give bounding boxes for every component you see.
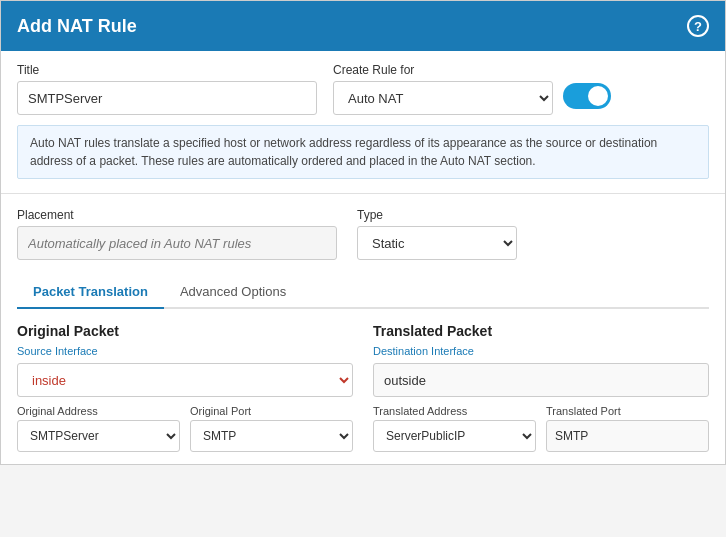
tab-advanced-options[interactable]: Advanced Options [164,276,302,309]
original-fields-row: Original Address SMTPServer any Original… [17,405,353,452]
create-rule-group: Create Rule for Auto NAT Manual NAT [333,63,709,115]
source-interface-select[interactable]: inside outside any [17,363,353,397]
translated-address-group: Translated Address ServerPublicIP any [373,405,536,452]
type-group: Type Static Dynamic [357,208,517,260]
placement-type-row: Placement Type Static Dynamic [17,208,709,260]
tab-packet-translation[interactable]: Packet Translation [17,276,164,309]
original-port-select[interactable]: SMTP any [190,420,353,452]
packet-panels: Original Packet Source Interface inside … [17,323,709,452]
divider-1 [1,193,725,194]
dialog-body: Title Create Rule for Auto NAT Manual NA… [1,51,725,464]
dialog-title: Add NAT Rule [17,16,137,37]
dialog-header: Add NAT Rule ? [1,1,725,51]
add-nat-rule-dialog: Add NAT Rule ? Title Create Rule for Aut… [0,0,726,465]
original-address-select[interactable]: SMTPServer any [17,420,180,452]
placement-input [17,226,337,260]
translated-address-select[interactable]: ServerPublicIP any [373,420,536,452]
title-group: Title [17,63,317,115]
source-interface-label: Source Interface [17,345,353,357]
original-address-label: Original Address [17,405,180,417]
original-packet-panel: Original Packet Source Interface inside … [17,323,353,452]
tabs-bar: Packet Translation Advanced Options [17,276,709,309]
type-label: Type [357,208,517,222]
placement-label: Placement [17,208,337,222]
destination-interface-input [373,363,709,397]
translated-address-label: Translated Address [373,405,536,417]
create-rule-select[interactable]: Auto NAT Manual NAT [333,81,553,115]
title-label: Title [17,63,317,77]
translated-fields-row: Translated Address ServerPublicIP any Tr… [373,405,709,452]
help-icon[interactable]: ? [687,15,709,37]
original-packet-title: Original Packet [17,323,353,339]
original-port-label: Original Port [190,405,353,417]
original-port-group: Original Port SMTP any [190,405,353,452]
title-create-rule-row: Title Create Rule for Auto NAT Manual NA… [17,63,709,115]
toggle-switch[interactable] [563,83,611,109]
type-select[interactable]: Static Dynamic [357,226,517,260]
placement-group: Placement [17,208,337,260]
title-input[interactable] [17,81,317,115]
destination-interface-label: Destination Interface [373,345,709,357]
translated-packet-title: Translated Packet [373,323,709,339]
info-box: Auto NAT rules translate a specified hos… [17,125,709,179]
original-address-group: Original Address SMTPServer any [17,405,180,452]
translated-port-label: Translated Port [546,405,709,417]
translated-port-input[interactable] [546,420,709,452]
translated-packet-panel: Translated Packet Destination Interface … [373,323,709,452]
create-rule-label: Create Rule for [333,63,709,77]
info-text: Auto NAT rules translate a specified hos… [30,136,657,168]
translated-port-group: Translated Port [546,405,709,452]
